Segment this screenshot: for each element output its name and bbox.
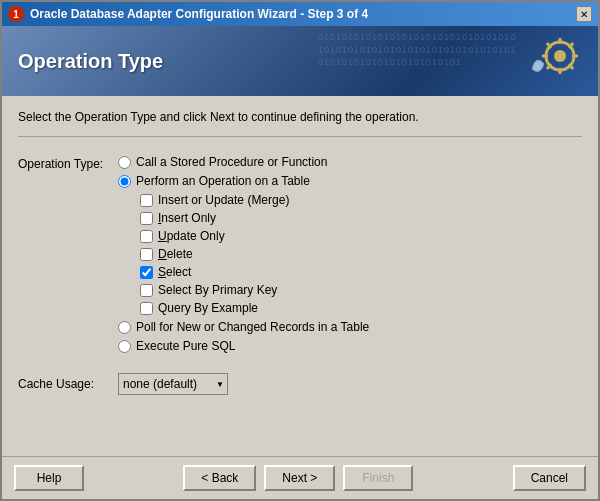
header-bg-text: 0101010101010101010101010101010101010101… [318,31,518,69]
content-area: Select the Operation Type and click Next… [2,96,598,456]
operation-type-row: Operation Type: Call a Stored Procedure … [18,155,582,353]
checkbox-insert-update-label: Insert or Update (Merge) [158,193,289,207]
footer-nav-buttons: < Back Next > Finish [183,465,413,491]
checkbox-insert-only[interactable]: Insert Only [140,211,369,225]
radio-poll[interactable]: Poll for New or Changed Records in a Tab… [118,320,369,334]
radio-pure-sql-input[interactable] [118,340,131,353]
checkbox-insert-only-input[interactable] [140,212,153,225]
checkbox-update-only-input[interactable] [140,230,153,243]
checkbox-select-pk-input[interactable] [140,284,153,297]
next-button[interactable]: Next > [264,465,335,491]
checkbox-query-example-input[interactable] [140,302,153,315]
close-button[interactable]: ✕ [576,6,592,22]
radio-stored-procedure[interactable]: Call a Stored Procedure or Function [118,155,369,169]
radio-pure-sql[interactable]: Execute Pure SQL [118,339,369,353]
radio-stored-procedure-input[interactable] [118,156,131,169]
sub-options: Insert or Update (Merge) Insert Only Upd… [140,193,369,315]
wizard-window: 1 Oracle Database Adapter Configuration … [0,0,600,501]
cache-select-wrapper[interactable]: none (default) memorize refresh [118,373,228,395]
window-title: Oracle Database Adapter Configuration Wi… [30,7,368,21]
radio-pure-sql-label: Execute Pure SQL [136,339,235,353]
title-bar: 1 Oracle Database Adapter Configuration … [2,2,598,26]
checkbox-select-pk[interactable]: Select By Primary Key [140,283,369,297]
checkbox-insert-update-input[interactable] [140,194,153,207]
checkbox-update-only-label: Update Only [158,229,225,243]
cache-usage-label: Cache Usage: [18,377,108,391]
checkbox-query-example-label: Query By Example [158,301,258,315]
checkbox-insert-update[interactable]: Insert or Update (Merge) [140,193,369,207]
finish-button[interactable]: Finish [343,465,413,491]
page-title: Operation Type [18,50,163,73]
svg-point-1 [554,50,566,62]
checkbox-select-pk-label: Select By Primary Key [158,283,277,297]
options-group: Call a Stored Procedure or Function Perf… [118,155,369,353]
footer: Help < Back Next > Finish Cancel [2,456,598,499]
checkbox-delete[interactable]: Delete [140,247,369,261]
gear-icon [522,34,582,89]
operation-type-label: Operation Type: [18,155,108,171]
cancel-button[interactable]: Cancel [513,465,586,491]
checkbox-select-input[interactable] [140,266,153,279]
radio-table-operation[interactable]: Perform an Operation on a Table [118,174,369,188]
radio-stored-procedure-label: Call a Stored Procedure or Function [136,155,327,169]
checkbox-query-example[interactable]: Query By Example [140,301,369,315]
header-panel: 0101010101010101010101010101010101010101… [2,26,598,96]
checkbox-delete-label: Delete [158,247,193,261]
checkbox-insert-only-label: Insert Only [158,211,216,225]
radio-table-operation-input[interactable] [118,175,131,188]
description-text: Select the Operation Type and click Next… [18,110,582,137]
checkbox-delete-input[interactable] [140,248,153,261]
help-button[interactable]: Help [14,465,84,491]
checkbox-select-label: Select [158,265,191,279]
checkbox-select[interactable]: Select [140,265,369,279]
radio-table-operation-label: Perform an Operation on a Table [136,174,310,188]
radio-poll-label: Poll for New or Changed Records in a Tab… [136,320,369,334]
back-button[interactable]: < Back [183,465,256,491]
checkbox-update-only[interactable]: Update Only [140,229,369,243]
cache-usage-row: Cache Usage: none (default) memorize ref… [18,373,582,395]
cache-usage-select[interactable]: none (default) memorize refresh [118,373,228,395]
app-icon: 1 [8,6,24,22]
radio-poll-input[interactable] [118,321,131,334]
